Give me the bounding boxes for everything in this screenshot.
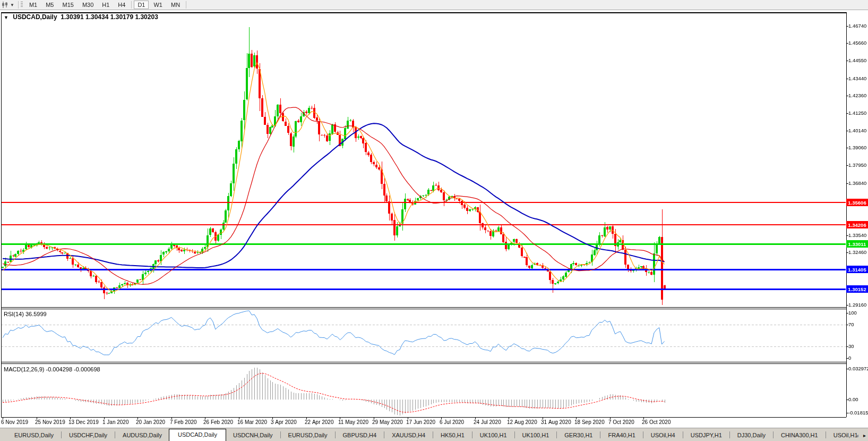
rsi-indicator-label: RSI(14) 36.5999	[4, 311, 47, 317]
tab-divider	[643, 431, 643, 438]
timeframe-button-MN[interactable]: MN	[167, 1, 184, 9]
timeframe-button-D1[interactable]: D1	[134, 1, 149, 9]
timeframe-button-M1[interactable]: M1	[25, 1, 41, 9]
timeframe-toolbar: ▼ M1M5M15M30H1H4 D1W1MN	[0, 0, 868, 10]
toolbar-separator	[131, 1, 132, 9]
tab-divider	[61, 431, 62, 438]
tab-usdcad-daily[interactable]: USDCAD,Daily	[169, 429, 226, 441]
tab-divider	[514, 431, 515, 438]
chart-title: ▼ USDCAD,Daily 1.30391 1.30434 1.30179 1…	[4, 13, 158, 21]
tab-gbpusd-h4[interactable]: GBPUSD,H4	[336, 430, 384, 441]
tab-divider	[683, 431, 683, 438]
tab-divider	[729, 431, 730, 438]
tab-divider	[773, 431, 774, 438]
candlestick-chart-icon[interactable]	[2, 2, 9, 8]
tab-fra40-h1[interactable]: FRA40,H1	[601, 430, 642, 441]
tab-divider	[384, 431, 384, 438]
chart-title-caret-icon[interactable]: ▼	[4, 15, 8, 20]
timeframe-button-M30[interactable]: M30	[79, 1, 97, 9]
tab-scroll-right-icon[interactable]: ▸	[863, 432, 866, 438]
timeframe-button-H4[interactable]: H4	[114, 1, 129, 9]
chevron-down-icon[interactable]: ▼	[10, 3, 14, 7]
tab-divider	[433, 431, 433, 438]
tab-dj30-daily[interactable]: DJ30,Daily	[731, 430, 772, 441]
timeframe-button-H1[interactable]: H1	[98, 1, 113, 9]
tab-usdcnh-daily[interactable]: USDCNH,Daily	[226, 430, 280, 441]
timeframe-button-W1[interactable]: W1	[150, 1, 166, 9]
chart-title-symbol: USDCAD,Daily	[13, 13, 57, 21]
tab-scroll-left-icon[interactable]: ◂	[856, 432, 858, 438]
tab-ger30-h1[interactable]: GER30,H1	[557, 430, 599, 441]
tab-usdchf-daily[interactable]: USDCHF,Daily	[62, 430, 114, 441]
toolbar-separator	[18, 1, 19, 9]
tab-usdjpy-h1[interactable]: USDJPY,H1	[684, 430, 729, 441]
tab-divider	[826, 431, 826, 438]
symbol-tab-bar: EURUSD,DailyUSDCHF,DailyAUDUSD,DailyUSDC…	[0, 428, 868, 441]
tab-divider	[335, 431, 336, 438]
timeframe-button-M5[interactable]: M5	[42, 1, 57, 9]
toolbar-separator	[186, 1, 186, 9]
tab-divider	[115, 431, 115, 438]
tab-divider	[472, 431, 472, 438]
tab-divider	[600, 431, 600, 438]
toolbar-grip-handle[interactable]	[21, 2, 23, 8]
chart-canvas[interactable]	[0, 0, 868, 441]
tab-divider	[556, 431, 557, 438]
tab-uk100-h1[interactable]: UK100,H1	[473, 430, 514, 441]
tab-divider	[280, 431, 281, 438]
tab-eurusd-daily[interactable]: EURUSD,Daily	[281, 430, 334, 441]
tab-hk50-h1[interactable]: HK50,H1	[434, 430, 471, 441]
tab-eurusd-daily[interactable]: EURUSD,Daily	[7, 430, 61, 441]
macd-indicator-label: MACD(12,26,9) -0.004298 -0.000698	[4, 366, 100, 372]
tab-audusd-daily[interactable]: AUDUSD,Daily	[116, 430, 169, 441]
tab-china300-h1[interactable]: CHINA300,H1	[774, 430, 825, 441]
chart-title-ohlc: 1.30391 1.30434 1.30179 1.30203	[61, 13, 158, 21]
tab-xauusd-h4[interactable]: XAUUSD,H4	[385, 430, 432, 441]
tab-uk100-h1[interactable]: UK100,H1	[515, 430, 556, 441]
tab-usoil-h4[interactable]: USOil,H4	[644, 430, 682, 441]
timeframe-button-M15[interactable]: M15	[58, 1, 77, 9]
